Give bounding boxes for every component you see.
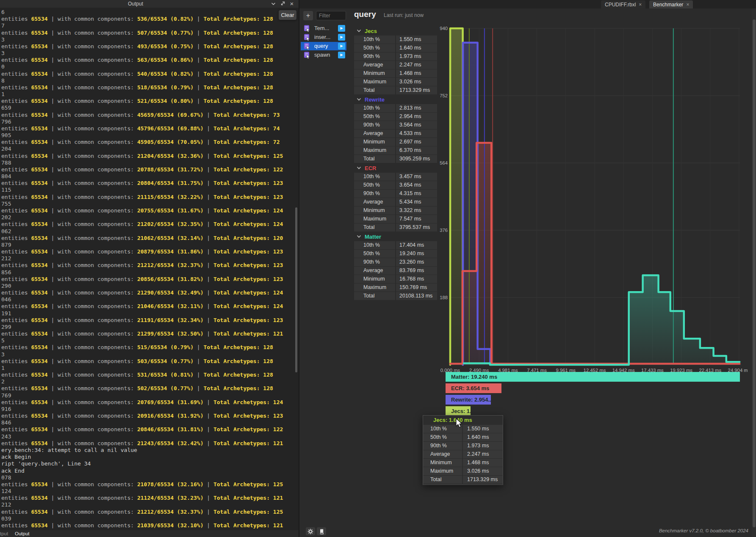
stat-label: Average	[354, 129, 395, 138]
log-line-fragment: 202	[1, 214, 294, 221]
benchmark-label: query	[314, 42, 328, 50]
log-line-fragment: 212	[1, 501, 294, 508]
stat-value: 5.434 ms	[396, 198, 437, 206]
run-benchmark-button[interactable]: ▶	[338, 34, 345, 41]
log-line: entities 65534 | with common components:…	[1, 248, 294, 255]
filter-input[interactable]	[316, 11, 346, 20]
median-bar-ecr[interactable]: ECR: 3.654 ms	[446, 383, 501, 393]
log-line-fragment: 916	[1, 406, 294, 413]
stat-label: Minimum	[354, 69, 395, 77]
tooltip-value: 1.550 ms	[463, 425, 503, 433]
log-line-fragment: 0	[1, 63, 294, 70]
stat-label: Total	[354, 223, 395, 231]
log-line-fragment: 124	[1, 488, 294, 495]
page-title: query	[354, 10, 376, 19]
tab-label: Benchmarker	[653, 2, 683, 8]
section-header-ecr[interactable]: ECR	[354, 163, 437, 173]
log-line: entities 65534 | with common components:…	[1, 84, 294, 91]
mouse-cursor-icon	[456, 418, 465, 430]
tooltip-label: 90th %	[423, 442, 462, 450]
log-error-line: ack End	[1, 468, 294, 474]
stat-value: 20108.113 ms	[396, 292, 437, 300]
book-icon	[319, 529, 324, 534]
section-name: Matter	[365, 234, 381, 240]
scrollbar-thumb[interactable]	[295, 207, 297, 372]
log-line: entities 65534 | with common components:…	[1, 166, 294, 173]
close-icon[interactable]: ×	[289, 1, 294, 6]
tooltip-label: 50th %	[423, 433, 462, 441]
section-name: Rewrite	[365, 96, 385, 103]
add-benchmark-button[interactable]: +	[303, 11, 313, 20]
median-bar-rewrite[interactable]: Rewrite: 2.954...	[446, 395, 491, 405]
dock-tab-output[interactable]: Output	[15, 530, 30, 537]
doc-tab-benchmarker[interactable]: Benchmarker×	[649, 0, 693, 8]
log-line-fragment: 2	[1, 378, 294, 385]
settings-button[interactable]	[306, 527, 315, 535]
log-line: entities 65534 | with common components:…	[1, 495, 294, 501]
log-line-fragment: 905	[1, 132, 294, 139]
log-line-fragment: 846	[1, 419, 294, 426]
benchmark-item-spawn[interactable]: spawn▶	[301, 51, 346, 59]
dock-tab-tput[interactable]: tput	[0, 530, 8, 537]
doc-tab-cpudiff-rbxl[interactable]: CPUDIFF.rbxl×	[601, 0, 645, 8]
panel-divider[interactable]	[299, 0, 299, 537]
stat-value: 4.315 ms	[396, 190, 437, 198]
log-line-fragment: 755	[1, 201, 294, 207]
stat-label: 50th %	[354, 181, 395, 189]
benchmark-item-query[interactable]: query▶	[301, 42, 346, 50]
stat-label: Maximum	[354, 284, 395, 292]
section-header-jecs[interactable]: Jecs	[354, 26, 437, 36]
stat-value: 2.813 ms	[396, 104, 437, 112]
benchmark-item-tem[interactable]: Tem...▶	[301, 24, 346, 33]
last-run-status: Last run: just now	[384, 12, 424, 18]
tooltip-row: Minimum1.468 ms	[423, 459, 503, 467]
stat-value: 3.654 ms	[396, 181, 437, 189]
stat-label: 90th %	[354, 52, 395, 61]
stat-value: 3095.259 ms	[396, 155, 437, 163]
log-line: entities 65534 | with common components:…	[1, 399, 294, 406]
stat-label: 90th %	[354, 258, 395, 266]
run-benchmark-button[interactable]: ▶	[338, 43, 345, 50]
version-text: Benchmarker v7.2.0, © boatbomber 2024	[659, 528, 748, 533]
plugin-scrollbar[interactable]	[752, 8, 756, 537]
run-benchmark-button[interactable]: ▶	[338, 52, 345, 58]
stat-label: 10th %	[354, 173, 395, 181]
stat-row: Total1713.329 ms	[354, 86, 437, 94]
section-header-matter[interactable]: Matter	[354, 232, 437, 241]
dock-tab-bar: tputOutput	[0, 530, 299, 537]
docs-button[interactable]	[317, 527, 326, 535]
log-line-fragment: 115	[1, 187, 294, 193]
clear-button[interactable]: Clear	[279, 10, 296, 20]
tooltip-label: Average	[423, 450, 462, 458]
log-line-fragment: 659	[1, 105, 294, 111]
log-line-fragment: 3	[1, 50, 294, 57]
log-line-fragment: 062	[1, 228, 294, 235]
section-header-rewrite[interactable]: Rewrite	[354, 95, 437, 104]
dock-icon[interactable]	[280, 1, 285, 6]
median-bar-jecs[interactable]: Jecs: 1.640 ms	[446, 406, 471, 416]
close-icon[interactable]: ×	[639, 2, 642, 8]
output-scrollbar[interactable]	[294, 8, 298, 529]
scrollbar-thumb[interactable]	[753, 19, 756, 527]
stat-row: 10th %17.404 ms	[354, 241, 437, 249]
median-bar-matter[interactable]: Matter: 19.240 ms	[446, 372, 740, 382]
stat-row: 90th %3.564 ms	[354, 121, 437, 129]
stat-value: 16.768 ms	[396, 275, 437, 283]
run-benchmark-button[interactable]: ▶	[338, 25, 345, 32]
output-panel-header[interactable]: Output ×	[0, 0, 299, 8]
tooltip-value: 2.247 ms	[463, 450, 503, 458]
chevron-down-icon[interactable]	[271, 1, 276, 6]
log-line: entities 65534 | with common components:…	[1, 57, 294, 63]
close-icon[interactable]: ×	[686, 2, 689, 8]
stat-label: 50th %	[354, 44, 395, 52]
log-line-fragment: 299	[1, 324, 294, 330]
log-line-fragment: 7	[1, 22, 294, 29]
log-line: entities 65534 | with common components:…	[1, 16, 294, 22]
benchmark-item-inser[interactable]: inser...▶	[301, 33, 346, 41]
log-line-fragment: 804	[1, 173, 294, 180]
tooltip-value: 1.973 ms	[463, 442, 503, 450]
stat-row: 90th %1.973 ms	[354, 52, 437, 61]
roblox-studio-window: Output × 6entities 65534 | with common c…	[0, 0, 756, 537]
output-log[interactable]: 6entities 65534 | with common components…	[1, 9, 294, 529]
histogram-chart[interactable]: 1883765647529400.000 ms2.490 ms4.981 ms7…	[436, 17, 748, 375]
